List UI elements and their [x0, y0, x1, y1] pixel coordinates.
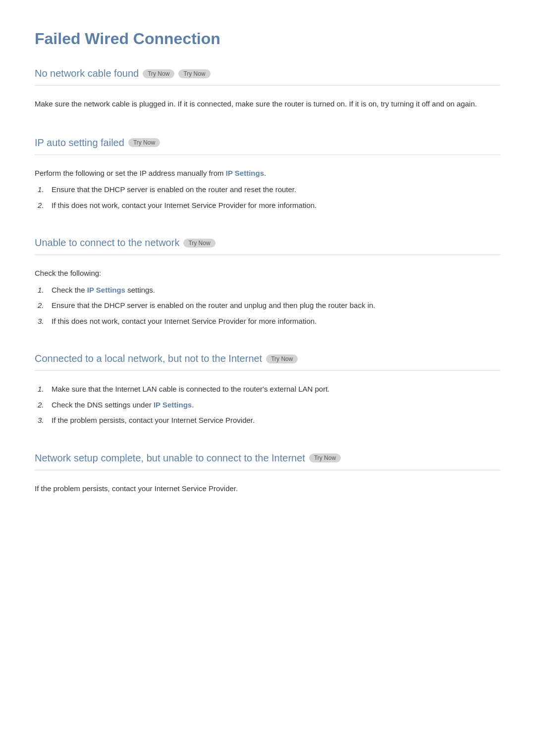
section-body-ip-auto: Perform the following or set the IP addr… [35, 167, 500, 212]
heading-text-ip-auto: IP auto setting failed [35, 137, 124, 149]
try-now-button-setup[interactable]: Try Now [309, 454, 341, 462]
section-heading-unable: Unable to connect to the network Try Now [35, 237, 500, 249]
unable-list: Check the IP Settings settings. Ensure t… [35, 284, 500, 328]
heading-text-no-cable: No network cable found [35, 68, 139, 79]
section-body-no-cable: Make sure the network cable is plugged i… [35, 98, 500, 110]
divider-ip-auto [35, 154, 500, 155]
section-local-only: Connected to a local network, but not to… [35, 353, 500, 435]
try-now-button-local[interactable]: Try Now [266, 354, 298, 363]
section-heading-setup: Network setup complete, but unable to co… [35, 453, 500, 464]
list-item: Ensure that the DHCP server is enabled o… [49, 299, 500, 312]
ip-settings-link-local[interactable]: IP Settings [154, 401, 192, 409]
list-item: Check the DNS settings under IP Settings… [49, 399, 500, 411]
ip-auto-list: Ensure that the DHCP server is enabled o… [35, 183, 500, 211]
section-unable-connect: Unable to connect to the network Try Now… [35, 237, 500, 335]
heading-text-setup: Network setup complete, but unable to co… [35, 453, 305, 464]
divider-local [35, 370, 500, 371]
section-heading-local: Connected to a local network, but not to… [35, 353, 500, 364]
list-item: If the problem persists, contact your In… [49, 414, 500, 427]
ip-settings-link-intro[interactable]: IP Settings [226, 169, 264, 177]
local-list: Make sure that the Internet LAN cable is… [35, 383, 500, 427]
try-now-button-no-cable-1[interactable]: Try Now [143, 69, 174, 78]
try-now-button-unable[interactable]: Try Now [183, 239, 215, 248]
section-heading-ip-auto: IP auto setting failed Try Now [35, 137, 500, 149]
list-item: If this does not work, contact your Inte… [49, 315, 500, 328]
section-body-local: Make sure that the Internet LAN cable is… [35, 383, 500, 427]
list-item: Ensure that the DHCP server is enabled o… [49, 183, 500, 196]
section-no-cable: No network cable found Try Now Try Now M… [35, 68, 500, 119]
section-body-unable: Check the following: Check the IP Settin… [35, 267, 500, 327]
try-now-button-no-cable-2[interactable]: Try Now [178, 69, 210, 78]
divider-no-cable [35, 85, 500, 86]
ip-settings-link-unable[interactable]: IP Settings [87, 286, 125, 294]
section-heading-no-cable: No network cable found Try Now Try Now [35, 68, 500, 79]
section-body-setup: If the problem persists, contact your In… [35, 482, 500, 495]
divider-setup [35, 470, 500, 470]
try-now-button-ip-auto[interactable]: Try Now [128, 138, 160, 147]
heading-text-local: Connected to a local network, but not to… [35, 353, 262, 364]
ip-auto-intro: Perform the following or set the IP addr… [35, 167, 500, 180]
heading-text-unable: Unable to connect to the network [35, 237, 179, 249]
section-ip-auto: IP auto setting failed Try Now Perform t… [35, 137, 500, 220]
section-setup-complete: Network setup complete, but unable to co… [35, 453, 500, 504]
list-item: Check the IP Settings settings. [49, 284, 500, 297]
setup-complete-paragraph: If the problem persists, contact your In… [35, 482, 500, 495]
unable-intro: Check the following: [35, 267, 500, 280]
list-item: Make sure that the Internet LAN cable is… [49, 383, 500, 396]
divider-unable [35, 254, 500, 255]
page-title: Failed Wired Connection [35, 30, 500, 48]
no-cable-paragraph: Make sure the network cable is plugged i… [35, 98, 500, 110]
list-item: If this does not work, contact your Inte… [49, 199, 500, 212]
